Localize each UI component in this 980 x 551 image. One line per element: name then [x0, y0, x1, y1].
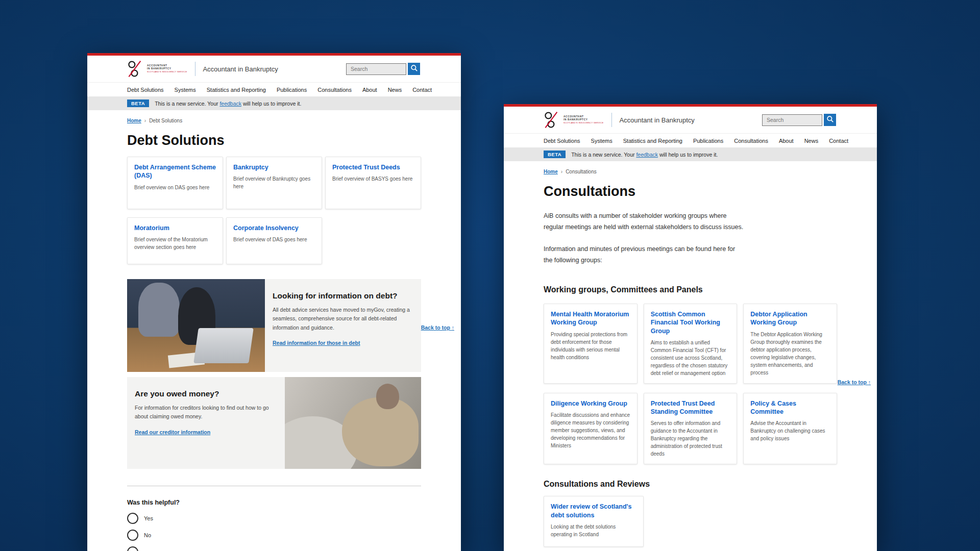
nav-item-news[interactable]: News — [388, 87, 402, 93]
card-title[interactable]: Debt Arrangement Scheme (DAS) — [134, 163, 216, 180]
card-title[interactable]: Mental Health Moratorium Working Group — [551, 310, 630, 327]
photo-couple-budgeting — [127, 279, 265, 372]
nav-item-contact[interactable]: Contact — [412, 87, 432, 93]
review-card-wrap: Wider review of Scotland's debt solution… — [544, 496, 644, 547]
helpful-option-yes: Yes — [127, 513, 421, 524]
header-divider — [611, 113, 612, 127]
nav-item-about[interactable]: About — [362, 87, 377, 93]
radio-partial[interactable] — [127, 546, 138, 551]
nav-item-publications[interactable]: Publications — [693, 138, 723, 144]
photo-stressed-man — [285, 377, 421, 469]
nav-item-news[interactable]: News — [804, 138, 819, 144]
card-title[interactable]: Bankruptcy — [233, 163, 315, 171]
card-title[interactable]: Policy & Cases Committee — [750, 399, 830, 416]
card-das[interactable]: Debt Arrangement Scheme (DAS) Brief over… — [127, 157, 223, 209]
nav-item-systems[interactable]: Systems — [591, 138, 612, 144]
search-area — [346, 63, 420, 75]
solution-cards-row-2: Moratorium Brief overview of the Morator… — [127, 217, 421, 264]
card-desc: Looking at the debt solutions operating … — [551, 523, 636, 538]
search-area — [762, 114, 836, 126]
promo-creditor: Are you owed money? For information for … — [127, 377, 421, 469]
breadcrumb-home-link[interactable]: Home — [127, 118, 141, 123]
card-desc: Brief overview on DAS goes here — [134, 184, 216, 191]
helpful-question: Was this helpful? — [127, 499, 421, 506]
radio-yes[interactable] — [127, 513, 138, 524]
nav-item-contact[interactable]: Contact — [829, 138, 848, 144]
promo-debt-info: Looking for information on debt? All deb… — [127, 279, 421, 372]
beta-text-before: This is a new service. Your — [571, 152, 634, 158]
search-input[interactable] — [762, 114, 822, 126]
nav-item-statistics[interactable]: Statistics and Reporting — [623, 138, 682, 144]
beta-text-after: will help us to improve it. — [659, 152, 718, 158]
card-title[interactable]: Diligence Working Group — [551, 399, 630, 408]
card-title[interactable]: Protected Trust Deeds — [332, 163, 414, 171]
card-moratorium[interactable]: Moratorium Brief overview of the Morator… — [127, 217, 223, 264]
card-bankruptcy[interactable]: Bankruptcy Brief overview of Bankruptcy … — [226, 157, 322, 209]
aib-logo-text: ACCOUNTANT IN BANKRUPTCY SCOTLAND'S INSO… — [564, 115, 603, 124]
card-title[interactable]: Moratorium — [134, 224, 216, 232]
search-input[interactable] — [346, 63, 406, 75]
card-wider-review[interactable]: Wider review of Scotland's debt solution… — [544, 496, 644, 547]
nav-item-systems[interactable]: Systems — [175, 87, 196, 93]
promo-heading: Looking for information on debt? — [273, 291, 413, 300]
breadcrumb-home-link[interactable]: Home — [544, 169, 558, 174]
card-desc: Brief overview of the Moratorium overvie… — [134, 236, 216, 251]
nav-item-debt-solutions[interactable]: Debt Solutions — [127, 87, 164, 93]
card-title[interactable]: Wider review of Scotland's debt solution… — [551, 503, 636, 519]
back-to-top-link[interactable]: Back to top ↑ — [421, 324, 454, 331]
aib-logo[interactable]: ACCOUNTANT IN BANKRUPTCY SCOTLAND'S INSO… — [127, 60, 187, 78]
card-desc: Brief overview of DAS goes here — [233, 236, 315, 243]
card-scottish-cft[interactable]: Scottish Common Financial Tool Working G… — [644, 304, 738, 384]
radio-no[interactable] — [127, 530, 138, 541]
beta-banner: BETA This is a new service. Your feedbac… — [87, 96, 461, 110]
aib-logo[interactable]: ACCOUNTANT IN BANKRUPTCY SCOTLAND'S INSO… — [544, 111, 603, 129]
nav-item-consultations[interactable]: Consultations — [317, 87, 352, 93]
breadcrumb-separator: › — [561, 169, 562, 174]
reviews-heading: Consultations and Reviews — [544, 480, 837, 489]
breadcrumb-separator: › — [144, 118, 146, 123]
card-protected-trust-deeds[interactable]: Protected Trust Deeds Brief overview of … — [325, 157, 421, 209]
card-title[interactable]: Protected Trust Deed Standing Committee — [651, 399, 730, 416]
nav-item-debt-solutions[interactable]: Debt Solutions — [544, 138, 580, 144]
card-title[interactable]: Scottish Common Financial Tool Working G… — [651, 310, 730, 335]
search-button[interactable] — [408, 63, 420, 75]
brand-title: Accountant in Bankruptcy — [203, 65, 278, 73]
card-desc: Providing special protections from debt … — [551, 331, 630, 361]
card-mental-health-moratorium[interactable]: Mental Health Moratorium Working Group P… — [544, 304, 638, 384]
card-policy-cases-committee[interactable]: Policy & Cases Committee Advise the Acco… — [743, 393, 837, 465]
search-button[interactable] — [824, 114, 836, 126]
nav-item-statistics[interactable]: Statistics and Reporting — [207, 87, 266, 93]
nav-item-consultations[interactable]: Consultations — [734, 138, 768, 144]
card-desc: Brief overview of Bankruptcy goes here — [233, 175, 315, 190]
divider-rule — [127, 486, 421, 486]
card-corporate-insolvency[interactable]: Corporate Insolvency Brief overview of D… — [226, 217, 322, 264]
promo-body: For information for creditors looking to… — [135, 404, 277, 421]
feedback-widget: Was this helpful? Yes No — [127, 499, 421, 551]
card-title[interactable]: Corporate Insolvency — [233, 224, 315, 232]
up-arrow-icon: ↑ — [868, 379, 871, 385]
card-diligence[interactable]: Diligence Working Group Facilitate discu… — [544, 393, 638, 465]
card-title[interactable]: Debtor Application Working Group — [750, 310, 830, 327]
page-title: Consultations — [544, 184, 837, 199]
working-groups-heading: Working groups, Committees and Panels — [544, 285, 837, 294]
card-debtor-application[interactable]: Debtor Application Working Group The Deb… — [743, 304, 837, 384]
card-ptd-standing-committee[interactable]: Protected Trust Deed Standing Committee … — [644, 393, 738, 465]
feedback-link[interactable]: feedback — [219, 101, 241, 107]
radio-no-label[interactable]: No — [144, 532, 151, 538]
feedback-link[interactable]: feedback — [636, 152, 658, 158]
radio-yes-label[interactable]: Yes — [144, 515, 153, 521]
site-header: ACCOUNTANT IN BANKRUPTCY SCOTLAND'S INSO… — [87, 56, 461, 82]
back-to-top-link[interactable]: Back to top ↑ — [838, 379, 871, 385]
read-debt-info-link[interactable]: Read information for those in debt — [273, 340, 360, 346]
beta-text-before: This is a new service. Your — [155, 101, 218, 107]
solution-cards-row-1: Debt Arrangement Scheme (DAS) Brief over… — [127, 157, 421, 209]
page-title: Debt Solutions — [127, 133, 421, 148]
read-creditor-info-link[interactable]: Read our creditor information — [135, 429, 210, 435]
page-content: Home › Consultations Consultations AiB c… — [504, 169, 877, 551]
promo-body: All debt advice services have moved to m… — [273, 306, 413, 332]
browser-page-consultations: ACCOUNTANT IN BANKRUPTCY SCOTLAND'S INSO… — [504, 104, 877, 551]
nav-item-about[interactable]: About — [779, 138, 794, 144]
beta-text: This is a new service. Your feedback wil… — [571, 152, 718, 158]
beta-banner: BETA This is a new service. Your feedbac… — [504, 147, 877, 161]
nav-item-publications[interactable]: Publications — [277, 87, 307, 93]
